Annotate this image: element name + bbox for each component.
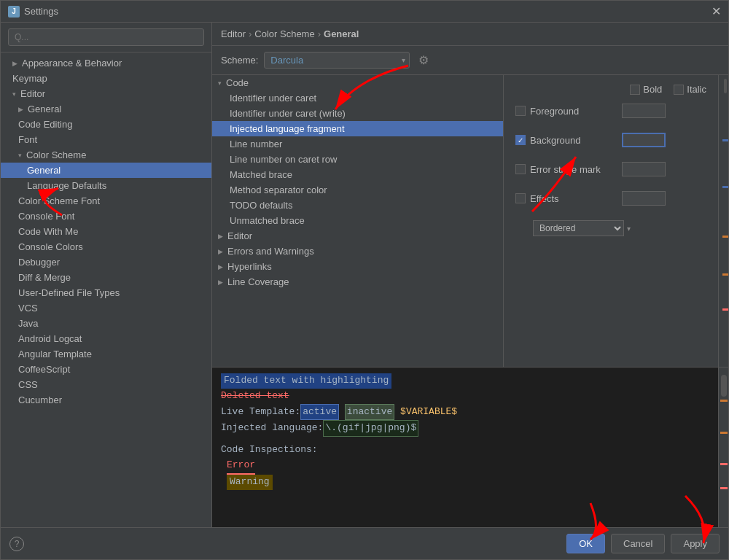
sidebar-item-console-colors[interactable]: Console Colors: [1, 239, 211, 254]
code-item-todo[interactable]: TODO defaults: [212, 198, 503, 213]
code-item-injected[interactable]: Injected language fragment: [212, 121, 503, 136]
preview-inactive-text: inactive: [345, 404, 394, 421]
code-item-unmatched-brace[interactable]: Unmatched brace: [212, 213, 503, 228]
sidebar-item-cucumber[interactable]: Cucumber: [1, 392, 211, 408]
italic-checkbox-label[interactable]: Italic: [674, 84, 706, 95]
sidebar-item-android-logcat[interactable]: Android Logcat: [1, 331, 211, 346]
sidebar-item-keymap[interactable]: Keymap: [1, 71, 211, 86]
sidebar-item-code-with-me[interactable]: Code With Me: [1, 224, 211, 239]
effects-checkbox[interactable]: [515, 193, 526, 203]
preview-active-text: active: [300, 404, 339, 421]
bold-label: Bold: [643, 84, 662, 95]
bold-italic-row: Bold Italic: [515, 84, 706, 95]
line-coverage-section-header[interactable]: ▶ Line Coverage: [212, 274, 503, 289]
search-input[interactable]: [8, 28, 204, 46]
sidebar-item-angular-template[interactable]: Angular Template: [1, 346, 211, 362]
collapse-arrow: ▶: [12, 60, 17, 67]
preview-scrollbar-thumb: [721, 375, 727, 397]
background-row: Background: [515, 133, 706, 147]
sidebar-item-java[interactable]: Java: [1, 316, 211, 331]
preview-line-folded: Folded text with highlighting: [221, 373, 720, 389]
code-item-identifier-caret-write[interactable]: Identifier under caret (write): [212, 106, 503, 121]
effects-select-arrow-icon: ▾: [627, 225, 631, 233]
sidebar-item-diff-merge[interactable]: Diff & Merge: [1, 270, 211, 285]
effects-row: Effects: [515, 191, 706, 206]
italic-label: Italic: [687, 84, 706, 95]
sidebar-item-vcs[interactable]: VCS: [1, 300, 211, 316]
collapse-arrow-editor: ▾: [12, 90, 16, 98]
search-bar: [1, 23, 211, 52]
bottom-bar: ? OK Cancel Apply: [1, 527, 728, 559]
errors-section-header[interactable]: ▶ Errors and Warnings: [212, 244, 503, 259]
settings-gear-icon[interactable]: ⚙: [416, 52, 432, 69]
bold-checkbox-label[interactable]: Bold: [630, 84, 662, 95]
sidebar-item-general[interactable]: ▶ General: [1, 101, 211, 117]
scheme-bar: Scheme: Darcula Default High Contrast ▾ …: [212, 46, 728, 75]
help-button[interactable]: ?: [9, 537, 24, 551]
effects-type-select[interactable]: Bordered Underscored Bold underscored Do…: [533, 220, 624, 236]
scheme-label: Scheme:: [221, 55, 258, 66]
scrollbar-track[interactable]: [718, 75, 728, 367]
breadcrumb-sep1: ›: [249, 28, 252, 39]
sidebar-item-color-scheme-font[interactable]: Color Scheme Font: [1, 193, 211, 209]
background-color-swatch[interactable]: [622, 133, 666, 147]
sidebar-item-editor[interactable]: ▾ Editor: [1, 86, 211, 101]
sidebar-item-coffeescript[interactable]: CoffeeScript: [1, 362, 211, 377]
window-title: Settings: [24, 6, 58, 17]
preview-line-deleted: Deleted text: [221, 389, 720, 404]
background-checkbox[interactable]: [515, 135, 526, 145]
sidebar-item-debugger[interactable]: Debugger: [1, 254, 211, 270]
error-stripe-color-swatch[interactable]: [622, 162, 666, 176]
scroll-mark-1: [722, 139, 728, 141]
sidebar-item-appearance[interactable]: ▶ Appearance & Behavior: [1, 55, 211, 71]
code-item-matched-brace[interactable]: Matched brace: [212, 167, 503, 182]
sidebar: ▶ Appearance & Behavior Keymap ▾ Editor …: [1, 23, 212, 527]
code-section-label: Code: [226, 77, 249, 88]
sidebar-item-language-defaults[interactable]: Language Defaults: [1, 178, 211, 193]
apply-button[interactable]: Apply: [671, 534, 720, 553]
hyperlinks-section-header[interactable]: ▶ Hyperlinks: [212, 259, 503, 274]
error-stripe-checkbox[interactable]: [515, 164, 526, 174]
preview-scroll-mark-3: [720, 463, 728, 465]
editor-section-header[interactable]: ▶ Editor: [212, 228, 503, 244]
background-label: Background: [530, 135, 617, 146]
foreground-checkbox[interactable]: [515, 106, 526, 116]
preview-warning-text: Warning: [227, 475, 273, 490]
sidebar-item-user-defined[interactable]: User-Defined File Types: [1, 285, 211, 300]
scrollbar-thumb: [724, 79, 727, 93]
code-item-identifier-caret[interactable]: Identifier under caret: [212, 90, 503, 106]
effects-type-select-wrapper: Bordered Underscored Bold underscored Do…: [533, 220, 706, 236]
panel-body: ▾ Code Identifier under caret Identifier…: [212, 75, 728, 527]
sidebar-item-font[interactable]: Font: [1, 132, 211, 147]
close-button[interactable]: ✕: [712, 4, 721, 18]
sidebar-item-general-selected[interactable]: General: [1, 163, 211, 178]
scheme-select[interactable]: Darcula Default High Contrast: [264, 52, 410, 69]
code-item-line-number-caret[interactable]: Line number on caret row: [212, 152, 503, 167]
scroll-mark-4: [722, 273, 728, 276]
bold-checkbox[interactable]: [630, 85, 640, 95]
code-item-line-number[interactable]: Line number: [212, 136, 503, 152]
scroll-mark-3: [722, 236, 728, 238]
foreground-color-swatch[interactable]: [622, 104, 666, 118]
cancel-button[interactable]: Cancel: [611, 534, 665, 553]
sidebar-item-code-editing[interactable]: Code Editing: [1, 117, 211, 132]
ok-button[interactable]: OK: [566, 534, 605, 553]
sidebar-item-console-font[interactable]: Console Font: [1, 209, 211, 224]
panel-split: ▾ Code Identifier under caret Identifier…: [212, 75, 728, 367]
preview-scrollbar[interactable]: [718, 368, 728, 527]
breadcrumb-editor: Editor: [221, 28, 246, 39]
action-buttons: OK Cancel Apply: [566, 534, 720, 553]
sidebar-item-color-scheme[interactable]: ▾ Color Scheme: [1, 147, 211, 163]
code-section-header[interactable]: ▾ Code: [212, 75, 503, 90]
effects-color-swatch[interactable]: [622, 191, 666, 206]
editor-section-label: Editor: [227, 230, 252, 241]
italic-checkbox[interactable]: [674, 85, 684, 95]
preview-deleted-text: Deleted text: [221, 389, 289, 404]
errors-section-label: Errors and Warnings: [227, 246, 314, 257]
sidebar-item-css[interactable]: CSS: [1, 377, 211, 392]
preview-scroll-mark-1: [720, 400, 728, 402]
line-coverage-section-arrow: ▶: [218, 279, 223, 286]
code-item-method-separator[interactable]: Method separator color: [212, 182, 503, 198]
preview-line-warning: Warning: [221, 475, 720, 490]
sidebar-tree: ▶ Appearance & Behavior Keymap ▾ Editor …: [1, 52, 211, 527]
